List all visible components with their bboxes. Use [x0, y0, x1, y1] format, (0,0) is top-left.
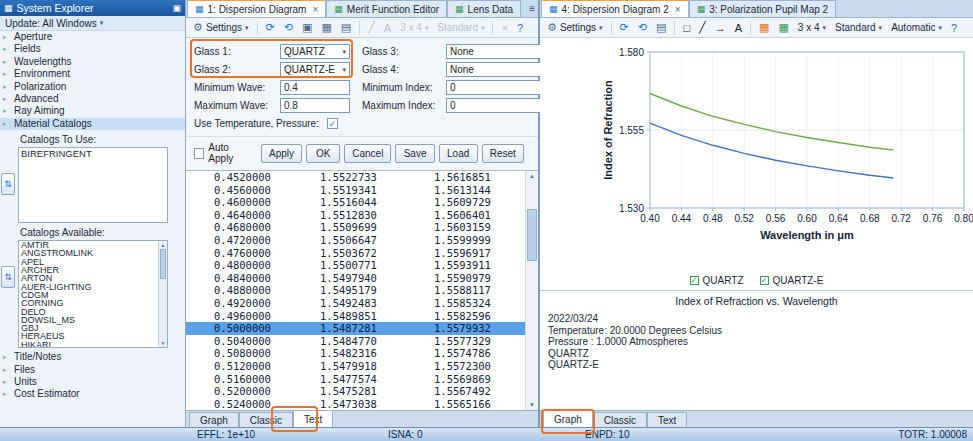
move-catalog-button[interactable]: ⇅	[1, 173, 15, 195]
sidebar-item-material-catalogs[interactable]: ▸Material Catalogs	[0, 118, 185, 130]
table-row[interactable]: 0.46800001.55096991.5603159	[186, 221, 525, 234]
table-row[interactable]: 0.49600001.54898511.5582596	[186, 310, 525, 323]
scroll-thumb[interactable]	[527, 209, 537, 261]
annotation-text-button[interactable]: A	[381, 21, 394, 35]
grid-size-dropdown[interactable]: 3 x 4▾	[397, 21, 431, 34]
sidebar-item-polarization[interactable]: ▸Polarization	[0, 81, 185, 93]
tab-1-dispersion-diagram[interactable]: ▦1: Dispersion Diagram×	[187, 0, 326, 17]
sidebar-item-title-notes[interactable]: ▸Title/Notes	[0, 351, 185, 363]
update-button[interactable]: ⟳	[263, 20, 278, 35]
sidebar-item-advanced[interactable]: ▸Advanced	[0, 93, 185, 105]
glass4-select[interactable]: None▾	[446, 62, 550, 77]
scroll-down-icon[interactable]: ▼	[526, 402, 538, 408]
draw-text-button[interactable]: A	[732, 21, 745, 35]
sidebar-item-aperture[interactable]: ▸Aperture	[0, 31, 185, 43]
list-scrollbar[interactable]: ▲ ▼	[158, 241, 167, 347]
draw-arrow-button[interactable]: →	[712, 21, 729, 35]
table-row[interactable]: 0.51200001.54799181.5572300	[186, 360, 525, 373]
glass2-select[interactable]: QUARTZ-E▾	[280, 62, 350, 77]
close-plot-button[interactable]: ×	[498, 21, 510, 35]
scroll-down-icon[interactable]: ▼	[159, 340, 167, 346]
sidebar-item-ray-aiming[interactable]: ▸Ray Aiming	[0, 105, 185, 117]
table-row[interactable]: 0.52400001.54730381.5565166	[186, 398, 525, 410]
update-button[interactable]: ⟳	[617, 20, 632, 35]
draw-rect-button[interactable]: □	[680, 21, 693, 35]
move-catalog-button-2[interactable]: ⇅	[1, 266, 15, 288]
close-icon[interactable]: ×	[312, 4, 318, 15]
table-scrollbar[interactable]: ▲ ▼	[525, 171, 538, 410]
view-tab-graph[interactable]: Graph	[543, 410, 593, 427]
table-row[interactable]: 0.47200001.55066471.5599999	[186, 234, 525, 247]
table-row[interactable]: 0.49200001.54924831.5585324	[186, 297, 525, 310]
update-all-button[interactable]: ⟲	[635, 20, 650, 35]
color-palette-button[interactable]: ▦	[756, 20, 772, 35]
table-row[interactable]: 0.48800001.54951791.5588117	[186, 284, 525, 297]
update-mode-dropdown[interactable]: Update: All Windows ▾	[0, 16, 185, 31]
window-menu-icon[interactable]: ≡	[529, 3, 535, 14]
checkbox-icon[interactable]: ✓	[690, 276, 699, 285]
use-temp-checkbox[interactable]: ✓	[327, 118, 338, 129]
sidebar-item-cost-estimator[interactable]: ▸Cost Estimator	[0, 388, 185, 400]
view-tab-classic[interactable]: Classic	[239, 412, 293, 427]
checkbox-icon[interactable]: ✓	[760, 276, 769, 285]
tab-4-dispersion-diagram-2[interactable]: ▦4: Dispersion Diagram 2×	[541, 0, 689, 17]
maximum-wave-input[interactable]	[280, 98, 350, 113]
tab-3-polarization-pupil-map-2[interactable]: ▦3: Polarization Pupil Map 2	[689, 0, 836, 17]
sidebar-item-environment[interactable]: ▸Environment	[0, 68, 185, 80]
table-row[interactable]: 0.46400001.55128301.5606401	[186, 209, 525, 222]
catalogs-to-use-list[interactable]: BIREFRINGENT	[18, 147, 168, 223]
view-tab-text[interactable]: Text	[647, 412, 687, 427]
tab-merit-function-editor[interactable]: ▦Merit Function Editor	[326, 0, 447, 17]
view-tab-classic[interactable]: Classic	[593, 412, 647, 427]
auto-apply-control[interactable]: Auto Apply	[194, 142, 253, 164]
help-button[interactable]: ?	[948, 21, 960, 35]
scroll-up-icon[interactable]: ▲	[159, 242, 167, 248]
list-item[interactable]: BIREFRINGENT	[19, 148, 167, 159]
list-item[interactable]: DOWSIL_MS	[19, 316, 167, 324]
table-row[interactable]: 0.50000001.54872811.5579932	[186, 322, 525, 335]
ok-button[interactable]: OK	[306, 144, 340, 163]
catalogs-available-list[interactable]: AMTIRANGSTROMLINKAPELARCHERARTONAUER-LIG…	[18, 240, 168, 348]
table-row[interactable]: 0.47600001.55036721.5596917	[186, 247, 525, 260]
apply-button[interactable]: Apply	[261, 144, 302, 163]
reset-button[interactable]: Reset	[482, 144, 524, 163]
table-row[interactable]: 0.46000001.55160441.5609729	[186, 196, 525, 209]
table-row[interactable]: 0.48000001.55007711.5593911	[186, 259, 525, 272]
sidebar-item-fields[interactable]: ▸Fields	[0, 43, 185, 55]
save-image-button[interactable]: ▦	[318, 20, 334, 35]
update-all-button[interactable]: ⟲	[281, 20, 296, 35]
scale-dropdown[interactable]: Standard▾	[832, 21, 885, 34]
copy-button[interactable]: ▣	[299, 20, 315, 35]
legend-item-quartz[interactable]: ✓QUARTZ	[690, 275, 744, 286]
cancel-button[interactable]: Cancel	[344, 144, 391, 163]
table-row[interactable]: 0.51600001.54775741.5569869	[186, 373, 525, 386]
minimum-wave-input[interactable]	[280, 80, 350, 95]
view-tab-text[interactable]: Text	[293, 410, 333, 427]
help-button[interactable]: ?	[514, 21, 526, 35]
table-row[interactable]: 0.50400001.54847701.5577329	[186, 335, 525, 348]
tab-lens-data[interactable]: ▦Lens Data	[447, 0, 521, 17]
color-palette2-button[interactable]: ▦	[775, 20, 791, 35]
pin-icon[interactable]: ▣	[172, 3, 181, 13]
save-button[interactable]: Save	[395, 144, 434, 163]
grid-size-dropdown[interactable]: 3 x 4▾	[795, 21, 829, 34]
print-button[interactable]: ▤	[338, 20, 354, 35]
scale-dropdown[interactable]: Standard▾	[434, 21, 487, 34]
table-row[interactable]: 0.50800001.54823161.5574786	[186, 347, 525, 360]
scroll-up-icon[interactable]: ▲	[526, 173, 538, 179]
table-row[interactable]: 0.48400001.54979401.5590979	[186, 272, 525, 285]
list-item[interactable]: HIKARI	[19, 341, 167, 348]
glass1-select[interactable]: QUARTZ▾	[280, 44, 350, 59]
maximum-index-input[interactable]	[446, 98, 550, 113]
table-row[interactable]: 0.52000001.54752811.5567492	[186, 385, 525, 398]
sidebar-item-files[interactable]: ▸Files	[0, 364, 185, 376]
glass3-select[interactable]: None▾	[446, 44, 550, 59]
legend-item-quartz-e[interactable]: ✓QUARTZ-E	[760, 275, 824, 286]
table-row[interactable]: 0.45200001.55227331.5616851	[186, 171, 525, 184]
sidebar-item-wavelengths[interactable]: ▸Wavelengths	[0, 56, 185, 68]
annotation-line-button[interactable]: ╱	[365, 20, 378, 35]
sidebar-item-units[interactable]: ▸Units	[0, 376, 185, 388]
view-tab-graph[interactable]: Graph	[189, 412, 239, 427]
scroll-thumb[interactable]	[160, 249, 166, 279]
auto-apply-checkbox[interactable]	[194, 148, 204, 159]
